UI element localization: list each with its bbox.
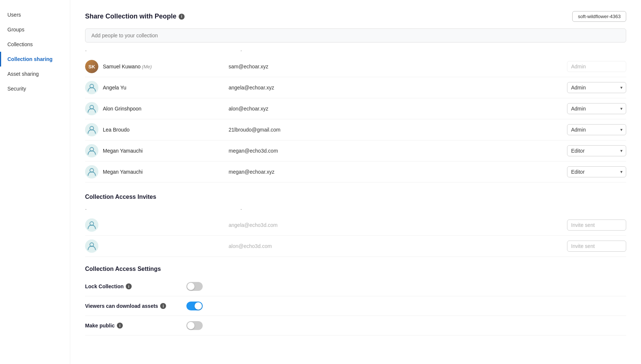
setting-label-viewers-download: Viewers can download assetsi: [85, 303, 181, 309]
settings-section: Collection Access Settings Lock Collecti…: [85, 266, 626, 336]
setting-label-make-public: Make publici: [85, 323, 181, 329]
invites-col-headers: - -: [85, 205, 626, 213]
role-select-wrapper: AdminEditorViewer▾: [567, 166, 626, 177]
table-row: SKSamuel Kuwano (Me)sam@echoar.xyzAdmin: [85, 56, 626, 77]
person-role-select[interactable]: AdminEditorViewer: [567, 103, 626, 114]
invite-status: Invite sent: [567, 220, 626, 231]
toggle-lock-collection[interactable]: [186, 282, 203, 291]
person-role-select[interactable]: AdminEditorViewer: [567, 166, 626, 177]
avatar: [85, 81, 98, 94]
setting-label-text: Viewers can download assets: [85, 303, 158, 309]
table-row: alon@echo3d.comInvite sent: [85, 236, 626, 257]
avatar: [85, 123, 98, 136]
setting-row-lock-collection: Lock Collectioni: [85, 277, 626, 296]
person-name: Alon Grinshpoon: [103, 106, 229, 112]
people-section: - - SKSamuel Kuwano (Me)sam@echoar.xyzAd…: [85, 46, 626, 183]
sidebar-item-groups[interactable]: Groups: [0, 22, 70, 37]
avatar: [85, 144, 98, 157]
setting-row-make-public: Make publici: [85, 316, 626, 336]
toggle-track: [186, 302, 203, 310]
invite-status: Invite sent: [567, 241, 626, 252]
toggle-viewers-download[interactable]: [186, 302, 203, 310]
sidebar: UsersGroupsCollectionsCollection sharing…: [0, 0, 70, 364]
person-name: Megan Yamauchi: [103, 169, 229, 175]
invite-email: alon@echo3d.com: [229, 243, 567, 249]
person-email: sam@echoar.xyz: [229, 64, 567, 69]
setting-info-icon[interactable]: i: [126, 283, 132, 289]
inv-col-dash-name: -: [85, 206, 240, 212]
settings-section-title: Collection Access Settings: [85, 266, 626, 272]
person-email: megan@echo3d.com: [229, 148, 567, 154]
sidebar-item-collections[interactable]: Collections: [0, 37, 70, 52]
person-email: alon@echoar.xyz: [229, 106, 567, 112]
toggle-thumb: [195, 302, 202, 310]
page-title-text: Share Collection with People: [85, 13, 176, 20]
invites-list: angela@echo3d.comInvite sent alon@echo3d…: [85, 215, 626, 257]
avatar-initials: SK: [85, 60, 98, 73]
table-row: Megan Yamauchimegan@echo3d.comAdminEdito…: [85, 140, 626, 161]
setting-label-text: Make public: [85, 323, 115, 329]
toggle-track: [186, 282, 203, 291]
sidebar-item-asset-sharing[interactable]: Asset sharing: [0, 67, 70, 81]
sidebar-item-collection-sharing[interactable]: Collection sharing: [0, 52, 70, 67]
title-info-icon[interactable]: i: [179, 14, 185, 20]
person-role-select[interactable]: AdminEditorViewer: [567, 82, 626, 93]
avatar: [85, 102, 98, 115]
inv-col-dash-email: -: [240, 206, 626, 212]
setting-info-icon[interactable]: i: [160, 303, 166, 309]
role-select-wrapper: AdminEditorViewer▾: [567, 103, 626, 114]
people-list: SKSamuel Kuwano (Me)sam@echoar.xyzAdmin …: [85, 56, 626, 183]
person-role-select[interactable]: AdminEditorViewer: [567, 124, 626, 135]
person-name: Megan Yamauchi: [103, 148, 229, 154]
me-tag: (Me): [141, 64, 152, 69]
setting-label-text: Lock Collection: [85, 283, 124, 289]
person-name: Angela Yu: [103, 85, 229, 91]
role-select-wrapper: AdminEditorViewer▾: [567, 145, 626, 156]
role-select-wrapper: AdminEditorViewer▾: [567, 124, 626, 135]
avatar: SK: [85, 60, 98, 73]
person-name: Samuel Kuwano (Me): [103, 64, 229, 69]
settings-list: Lock CollectioniViewers can download ass…: [85, 277, 626, 336]
table-row: Lea Broudo21lbroudo@gmail.comAdminEditor…: [85, 119, 626, 140]
col-headers: - -: [85, 46, 626, 55]
toggle-track: [186, 321, 203, 330]
setting-row-viewers-download: Viewers can download assetsi: [85, 296, 626, 316]
role-select-wrapper: AdminEditorViewer▾: [567, 82, 626, 93]
sidebar-item-users[interactable]: Users: [0, 7, 70, 22]
toggle-thumb: [187, 283, 195, 290]
setting-label-lock-collection: Lock Collectioni: [85, 283, 181, 289]
invites-section: Collection Access Invites - - angela@ech…: [85, 194, 626, 257]
avatar: [85, 218, 98, 232]
person-email: 21lbroudo@gmail.com: [229, 127, 567, 133]
person-email: megan@echoar.xyz: [229, 169, 567, 175]
avatar: [85, 165, 98, 178]
table-row: Megan Yamauchimegan@echoar.xyzAdminEdito…: [85, 161, 626, 183]
setting-info-icon[interactable]: i: [117, 323, 123, 329]
toggle-thumb: [187, 322, 195, 329]
person-name: Lea Broudo: [103, 127, 229, 133]
person-role-static: Admin: [567, 61, 626, 72]
avatar: [85, 239, 98, 253]
header-row: Share Collection with People i soft-wild…: [85, 11, 626, 22]
col-dash-email: -: [240, 48, 626, 53]
col-dash-name: -: [85, 48, 240, 53]
table-row: Alon Grinshpoonalon@echoar.xyzAdminEdito…: [85, 98, 626, 119]
invite-email: angela@echo3d.com: [229, 222, 567, 228]
table-row: Angela Yuangela@echoar.xyzAdminEditorVie…: [85, 77, 626, 98]
main-content: Share Collection with People i soft-wild…: [70, 0, 641, 364]
person-email: angela@echoar.xyz: [229, 85, 567, 91]
page-title: Share Collection with People i: [85, 13, 185, 20]
sidebar-item-security[interactable]: Security: [0, 81, 70, 96]
person-role-select[interactable]: AdminEditorViewer: [567, 145, 626, 156]
add-people-input[interactable]: [85, 28, 626, 42]
toggle-make-public[interactable]: [186, 321, 203, 330]
table-row: angela@echo3d.comInvite sent: [85, 215, 626, 236]
collection-badge: soft-wildflower-4363: [572, 11, 626, 22]
invites-section-title: Collection Access Invites: [85, 194, 626, 200]
